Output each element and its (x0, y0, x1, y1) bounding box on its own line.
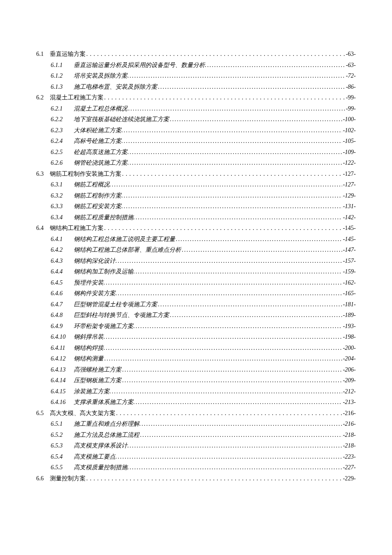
toc-entry[interactable]: 6.5.1施工重点和难点分析理解........................… (36, 421, 356, 427)
toc-leader-dots: ........................................… (136, 399, 342, 405)
toc-entry[interactable]: 6.3钢筋工程制作安装施工方案.........................… (36, 171, 356, 177)
toc-entry-number: 6.6 (36, 476, 44, 482)
toc-entry-page: -63- (346, 62, 356, 68)
toc-entry[interactable]: 6.5.5高支模质量控制措施..........................… (36, 465, 356, 471)
toc-entry[interactable]: 6.1.1垂直运输运量分析及拟采用的设备型号、数量分析.............… (36, 62, 356, 68)
toc-entry-number: 6.2.1 (51, 106, 68, 112)
toc-entry[interactable]: 6.3.1钢筋工程概况.............................… (36, 182, 356, 188)
toc-entry-title: 施工重点和难点分析理解. (74, 421, 141, 427)
toc-leader-dots: ........................................… (122, 378, 342, 384)
toc-entry-title: 钢结构焊接. (74, 345, 105, 351)
toc-entry-number: 6.5 (36, 410, 44, 416)
toc-entry-page: -216- (343, 421, 356, 427)
toc-entry-title: 高大支模、高大支架方案 (50, 410, 115, 416)
toc-entry[interactable]: 6.2.3大体积砼施工方案...........................… (36, 128, 356, 134)
toc-entry[interactable]: 6.4.9环带桁架专项施工方案.........................… (36, 323, 356, 329)
toc-entry-number: 6.4.9 (51, 323, 68, 329)
toc-entry[interactable]: 6.2.6钢管砼浇筑施工方案..........................… (36, 160, 356, 166)
toc-entry-title: 巨型钢管混凝土柱专项施工方案 (74, 302, 157, 308)
toc-entry[interactable]: 6.4.1钢结构工程总体施工说明及主要工程量..................… (36, 236, 356, 242)
toc-entry-title: 钢结构工程施工总体部署、重点难点分析 (74, 247, 181, 253)
toc-entry[interactable]: 6.2.2地下室筏板基础砼连续浇筑施工方案...................… (36, 116, 356, 122)
toc-page: 6.1垂直运输方案...............................… (0, 0, 392, 529)
toc-entry[interactable]: 6.2.4高标号砼施工方案...........................… (36, 138, 356, 144)
toc-leader-dots: ........................................… (112, 389, 342, 395)
toc-leader-dots: ........................................… (130, 149, 342, 155)
toc-entry[interactable]: 6.4.3钢结构深化设计............................… (36, 258, 356, 264)
toc-entry-page: -209- (343, 378, 356, 384)
toc-entry[interactable]: 6.4.10钢斜撑吊装.............................… (36, 334, 356, 340)
toc-entry-page: -189- (343, 312, 356, 318)
toc-leader-dots: ........................................… (130, 160, 342, 166)
toc-entry-page: -63- (346, 51, 356, 57)
toc-entry-title: 混凝土工程总体概况 (74, 106, 127, 112)
toc-entry[interactable]: 6.4.6钢构件安装方案............................… (36, 291, 356, 296)
toc-leader-dots: ........................................… (106, 280, 342, 286)
toc-entry[interactable]: 6.4.2钢结构工程施工总体部署、重点难点分析.................… (36, 247, 356, 253)
toc-entry[interactable]: 6.4.4钢结构加工制作及运输.........................… (36, 269, 356, 275)
toc-entry[interactable]: 6.4.15涂装施工方案............................… (36, 389, 356, 395)
toc-entry[interactable]: 6.2.1混凝土工程总体概况..........................… (36, 106, 356, 112)
toc-entry[interactable]: 6.4.7巨型钢管混凝土柱专项施工方案.....................… (36, 302, 356, 308)
toc-leader-dots: ........................................… (136, 215, 342, 221)
toc-entry-number: 6.2.5 (51, 149, 68, 155)
toc-entry[interactable]: 6.1.2塔吊安装及拆除方案..........................… (36, 73, 356, 79)
toc-entry-page: -127- (343, 171, 356, 177)
toc-leader-dots: ........................................… (124, 193, 342, 199)
toc-entry[interactable]: 6.5.4高支模施工要点............................… (36, 454, 356, 460)
toc-entry-title: 施工方法及总体施工流程 (74, 432, 139, 438)
toc-entry-title: 高支模支撑体系设计. (74, 443, 129, 449)
toc-entry[interactable]: 6.2.5砼超高泵送施工方案..........................… (36, 149, 356, 155)
toc-entry[interactable]: 6.1.3施工电梯布置、安装及拆除方案.....................… (36, 84, 356, 90)
toc-entry-page: -109- (343, 149, 356, 155)
toc-entry-title: 垂直运输运量分析及拟采用的设备型号、数量分析. (74, 62, 207, 68)
toc-entry-title: 高标号砼施工方案. (74, 138, 123, 144)
toc-entry-title: 钢结构测量 (74, 356, 104, 362)
toc-leader-dots: ........................................… (136, 269, 342, 275)
toc-entry-number: 6.4.4 (51, 269, 68, 275)
toc-leader-dots: ........................................… (104, 356, 342, 362)
toc-leader-dots: ........................................… (170, 116, 342, 122)
toc-leader-dots: ........................................… (122, 367, 342, 373)
toc-entry[interactable]: 6.4.11钢结构焊接.............................… (36, 345, 356, 351)
toc-entry-number: 6.5.2 (51, 432, 68, 438)
toc-entry[interactable]: 6.3.3钢筋工程安装方案...........................… (36, 203, 356, 209)
toc-entry-number: 6.2.6 (51, 160, 68, 166)
toc-entry[interactable]: 6.4.14压型钢板施工方案..........................… (36, 378, 356, 384)
toc-entry[interactable]: 6.3.4钢筋工程质量控制措施.........................… (36, 215, 356, 221)
toc-entry-title: 钢筋工程制作方案. (74, 193, 123, 199)
toc-entry[interactable]: 6.4钢结构工程施工方案............................… (36, 225, 356, 231)
toc-entry[interactable]: 6.1垂直运输方案...............................… (36, 51, 356, 57)
toc-entry[interactable]: 6.6测量控制方案...............................… (36, 476, 356, 482)
toc-entry[interactable]: 6.5高大支模、高大支架方案..........................… (36, 410, 356, 416)
toc-entry[interactable]: 6.3.2钢筋工程制作方案...........................… (36, 193, 356, 199)
toc-entry-number: 6.4.15 (51, 389, 68, 395)
toc-leader-dots: ........................................… (142, 421, 342, 427)
toc-entry-title: 钢筋工程质量控制措施. (74, 215, 135, 221)
toc-entry[interactable]: 6.5.3高支模支撑体系设计..........................… (36, 443, 356, 449)
toc-entry[interactable]: 6.4.8巨型斜柱与转换节点、专项施工方案...................… (36, 312, 356, 318)
toc-entry-page: -99- (346, 106, 356, 112)
toc-leader-dots: ........................................… (128, 106, 345, 112)
toc-entry-number: 6.4.6 (51, 291, 68, 296)
toc-leader-dots: ........................................… (112, 182, 342, 188)
toc-entry-number: 6.4.5 (51, 280, 68, 286)
toc-entry-page: -229- (343, 476, 356, 482)
toc-entry-title: 钢结构工程总体施工说明及主要工程量 (74, 236, 175, 242)
toc-entry[interactable]: 6.2混凝土工程施工方案............................… (36, 95, 356, 101)
toc-entry[interactable]: 6.4.12钢结构测量.............................… (36, 356, 356, 362)
toc-entry-number: 6.4.3 (51, 258, 68, 264)
toc-leader-dots: ........................................… (158, 84, 345, 90)
toc-entry-title: 混凝土工程施工方案 (50, 95, 104, 101)
toc-entry-title: 钢管砼浇筑施工方案. (74, 160, 129, 166)
toc-entry-number: 6.2.2 (51, 116, 68, 122)
toc-entry[interactable]: 6.4.16支撑承重体系施工方案........................… (36, 399, 356, 405)
toc-entry-number: 6.4.10 (51, 334, 68, 340)
toc-entry[interactable]: 6.4.5预埋件安装..............................… (36, 280, 356, 286)
toc-entry[interactable]: 6.4.13高强螺栓施工方案..........................… (36, 367, 356, 373)
toc-entry-number: 6.4.7 (51, 302, 68, 308)
toc-entry-page: -218- (343, 443, 356, 449)
toc-entry-number: 6.4.1 (51, 236, 68, 242)
toc-entry[interactable]: 6.5.2施工方法及总体施工流程........................… (36, 432, 356, 438)
toc-entry-page: -198- (343, 334, 356, 340)
